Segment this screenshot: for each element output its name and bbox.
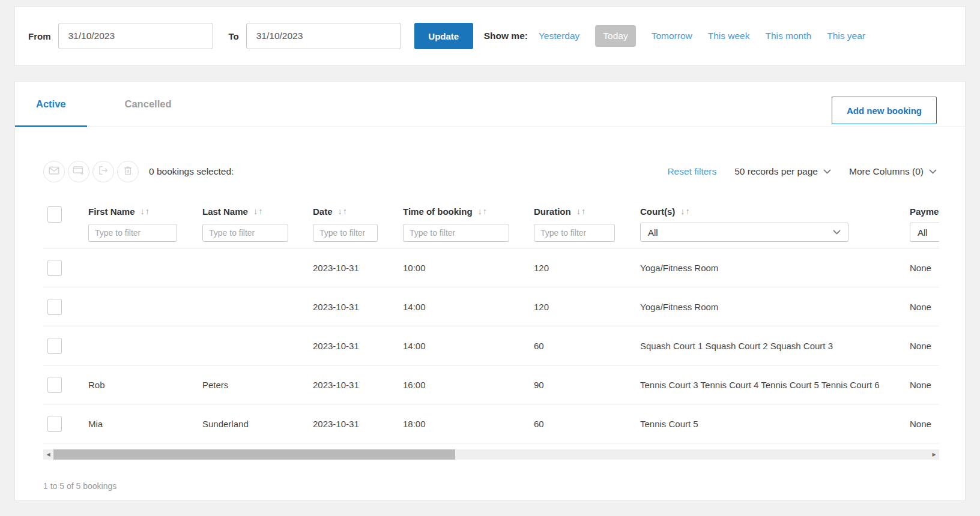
records-per-page-dropdown[interactable]: 50 records per page <box>734 166 831 177</box>
update-button[interactable]: Update <box>414 23 473 49</box>
row-checkbox[interactable] <box>47 338 62 354</box>
scroll-right-icon[interactable]: ▶ <box>929 449 939 460</box>
to-date-input[interactable] <box>246 23 401 49</box>
courts-filter-value: All <box>648 227 658 238</box>
tab-cancelled[interactable]: Cancelled <box>104 82 193 127</box>
delete-icon <box>121 164 135 179</box>
cell-last-name: Sunderland <box>202 419 313 429</box>
email-button[interactable] <box>43 161 65 182</box>
cell-courts: Tennis Court 3 Tennis Court 4 Tennis Cou… <box>640 380 910 390</box>
payment-button[interactable] <box>68 161 89 182</box>
payment-card-icon <box>72 164 85 179</box>
cell-duration: 60 <box>534 341 640 351</box>
sort-desc-icon[interactable]: ↓ <box>253 206 258 216</box>
reset-filters-link[interactable]: Reset filters <box>667 166 716 177</box>
to-label: To <box>229 31 239 41</box>
sort-desc-icon[interactable]: ↓ <box>141 206 145 216</box>
quick-range-this-year[interactable]: This year <box>827 31 865 41</box>
quick-range-tomorrow[interactable]: Tomorrow <box>652 31 692 41</box>
cell-time: 18:00 <box>403 419 534 429</box>
cell-date: 2023-10-31 <box>313 419 403 429</box>
sort-asc-icon[interactable]: ↑ <box>686 206 690 216</box>
email-icon <box>47 164 61 179</box>
date-filter-input[interactable] <box>313 224 378 242</box>
row-checkbox[interactable] <box>47 416 62 432</box>
export-button[interactable] <box>92 161 114 182</box>
bookings-table-viewport: First Name ↓↑ Last Name ↓↑ <box>43 200 939 443</box>
more-columns-dropdown[interactable]: More Columns (0) <box>849 166 937 177</box>
row-checkbox[interactable] <box>47 299 62 315</box>
first-name-filter-input[interactable] <box>88 224 177 242</box>
table-row: 2023-10-31 10:00 120 Yoga/Fitness Room N… <box>43 248 939 287</box>
chevron-down-icon <box>833 230 841 235</box>
chevron-down-icon <box>929 169 937 174</box>
cell-payment: None <box>910 380 939 390</box>
table-row: 2023-10-31 14:00 60 Squash Court 1 Squas… <box>43 326 939 365</box>
horizontal-scrollbar[interactable]: ◀ ▶ <box>43 449 939 460</box>
column-label: Date <box>313 206 333 217</box>
cell-courts: Tennis Court 5 <box>640 419 910 429</box>
sort-desc-icon[interactable]: ↓ <box>680 206 685 216</box>
cell-date: 2023-10-31 <box>313 341 403 351</box>
from-label: From <box>28 31 51 41</box>
bulk-actions-toolbar: 0 bookings selected: Reset filters 50 re… <box>43 161 937 182</box>
table-row: 2023-10-31 14:00 120 Yoga/Fitness Room N… <box>43 287 939 326</box>
date-filter-bar: From To Update Show me: Yesterday Today … <box>14 6 966 66</box>
sort-desc-icon[interactable]: ↓ <box>576 206 581 216</box>
quick-range-this-week[interactable]: This week <box>708 31 750 41</box>
column-header-time: Time of booking ↓↑ <box>403 205 534 218</box>
cell-date: 2023-10-31 <box>313 302 403 312</box>
export-icon <box>97 164 110 179</box>
time-filter-input[interactable] <box>403 224 509 242</box>
cell-payment: None <box>910 302 939 312</box>
results-summary: 1 to 5 of 5 bookings <box>43 481 937 491</box>
courts-filter-select[interactable]: All <box>640 223 848 242</box>
sort-asc-icon[interactable]: ↑ <box>258 206 262 216</box>
cell-payment: None <box>910 341 939 351</box>
cell-courts: Yoga/Fitness Room <box>640 263 910 273</box>
sort-asc-icon[interactable]: ↑ <box>343 206 347 216</box>
column-header-first-name: First Name ↓↑ <box>88 205 202 218</box>
column-label: Duration <box>534 206 571 217</box>
more-columns-label: More Columns (0) <box>849 166 924 177</box>
quick-range-today[interactable]: Today <box>595 25 635 47</box>
cell-first-name: Rob <box>88 380 202 390</box>
scroll-left-icon[interactable]: ◀ <box>43 449 53 460</box>
row-checkbox[interactable] <box>47 260 62 276</box>
sort-asc-icon[interactable]: ↑ <box>581 206 585 216</box>
row-checkbox[interactable] <box>47 377 62 393</box>
select-all-checkbox[interactable] <box>47 206 62 223</box>
table-row: Rob Peters 2023-10-31 16:00 90 Tennis Co… <box>43 365 939 404</box>
bookings-selected-count: 0 bookings selected: <box>149 166 234 177</box>
from-date-input[interactable] <box>58 23 213 49</box>
cell-duration: 120 <box>534 302 640 312</box>
sort-desc-icon[interactable]: ↓ <box>478 206 482 216</box>
add-new-booking-button[interactable]: Add new booking <box>832 97 937 124</box>
table-row: Mia Sunderland 2023-10-31 18:00 60 Tenni… <box>43 404 939 443</box>
column-label: Payment <box>910 206 939 217</box>
delete-button[interactable] <box>117 161 139 182</box>
sort-asc-icon[interactable]: ↑ <box>483 206 487 216</box>
column-header-courts: Court(s) ↓↑ <box>640 205 903 218</box>
last-name-filter-input[interactable] <box>202 224 288 242</box>
column-header-date: Date ↓↑ <box>313 205 403 218</box>
cell-last-name: Peters <box>202 380 313 390</box>
payment-filter-value: All <box>918 227 928 238</box>
cell-courts: Yoga/Fitness Room <box>640 302 910 312</box>
quick-range-yesterday[interactable]: Yesterday <box>539 31 579 41</box>
cell-duration: 90 <box>534 380 640 390</box>
table-header-row: First Name ↓↑ Last Name ↓↑ <box>43 200 939 248</box>
cell-date: 2023-10-31 <box>313 380 403 390</box>
show-me-label: Show me: <box>484 31 528 41</box>
column-header-payment: Payment <box>910 205 939 218</box>
quick-range-this-month[interactable]: This month <box>766 31 812 41</box>
tab-bar: Active Cancelled <box>15 82 965 127</box>
sort-desc-icon[interactable]: ↓ <box>338 206 342 216</box>
bookings-table: First Name ↓↑ Last Name ↓↑ <box>43 200 939 443</box>
duration-filter-input[interactable] <box>534 224 615 242</box>
scrollbar-thumb[interactable] <box>53 449 455 460</box>
sort-asc-icon[interactable]: ↑ <box>145 206 150 216</box>
payment-filter-select[interactable]: All <box>910 223 939 242</box>
cell-payment: None <box>910 263 939 273</box>
tab-active[interactable]: Active <box>15 82 87 127</box>
